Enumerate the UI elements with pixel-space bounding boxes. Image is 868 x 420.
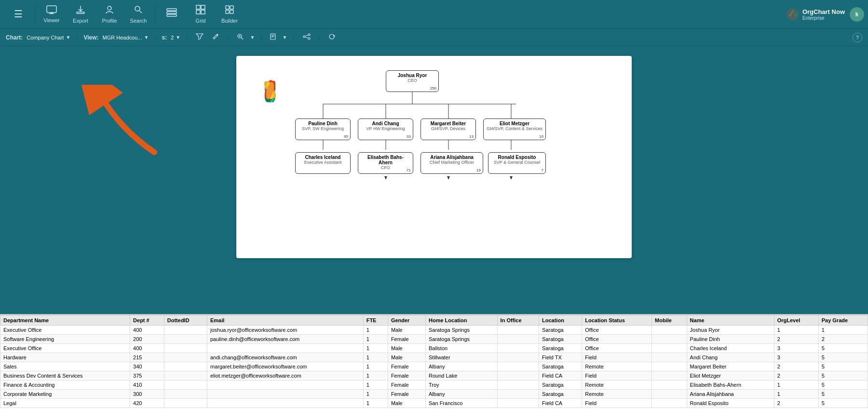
node-ronald-esposito[interactable]: Ronald Esposito SVP & General Counsel 7: [488, 152, 546, 174]
table-cell: [207, 390, 363, 399]
grid-icon: [196, 5, 205, 17]
node-elisabeth-bahs[interactable]: Elisabeth Bahs-Ahern CFO 71: [358, 152, 413, 174]
levels-value: 2: [171, 35, 174, 40]
table-row[interactable]: Software Engineering200pauline.dinh@offi…: [0, 335, 868, 344]
page-dropdown-icon[interactable]: ▼: [282, 35, 287, 40]
svg-rect-11: [201, 5, 205, 9]
share-button[interactable]: [300, 32, 313, 42]
table-header-row: Department NameDept #DottedIDEmailFTEGen…: [0, 315, 868, 326]
filter-button[interactable]: [193, 32, 206, 42]
nav-profile[interactable]: Profile: [95, 1, 124, 28]
table-row[interactable]: Hardware215andi.chang@officeworksoftware…: [0, 353, 868, 362]
table-cell: Software Engineering: [0, 335, 130, 344]
refresh-button[interactable]: [326, 32, 338, 42]
search-label: Search: [130, 18, 147, 24]
table-cell: 5: [818, 390, 868, 399]
svg-rect-23: [271, 34, 275, 39]
table-cell: 1: [774, 381, 818, 390]
table-cell: [497, 371, 539, 381]
table-cell: Female: [388, 381, 425, 390]
zoom-button[interactable]: [234, 32, 246, 42]
brand-subtitle: Enterprise: [802, 15, 845, 21]
svg-rect-17: [230, 10, 233, 13]
table-header: Department NameDept #DottedIDEmailFTEGen…: [0, 315, 868, 326]
table-col-header: FTE: [363, 315, 388, 326]
table-cell: [652, 344, 687, 353]
table-cell: 1: [363, 371, 388, 381]
chart-label: Chart:: [6, 34, 23, 41]
table-cell: [164, 381, 207, 390]
table-cell: 2: [818, 335, 868, 344]
table-cell: 3: [774, 344, 818, 353]
node-ariana[interactable]: Ariana Alisjahbana Chief Marketing Offic…: [420, 152, 483, 174]
nav-search[interactable]: Search: [124, 1, 153, 28]
table-cell: 1: [363, 362, 388, 371]
table-col-header: Mobile: [652, 315, 687, 326]
table-row[interactable]: Business Dev Content & Services375eliot.…: [0, 371, 868, 381]
table-cell: Ronald Esposito: [687, 399, 774, 408]
nav-divider-2: [155, 5, 155, 24]
node-charles-iceland[interactable]: Charles Iceland Executive Assistant: [295, 152, 351, 174]
table-cell: Ariana Alisjahbana: [687, 390, 774, 399]
nav-stack[interactable]: [157, 1, 186, 28]
levels-label: s:: [162, 34, 167, 41]
svg-rect-1: [50, 13, 53, 13]
table-cell: 5: [818, 362, 868, 371]
table-cell: Female: [388, 390, 425, 399]
table-cell: Albany: [426, 362, 498, 371]
table-cell: Albany: [426, 390, 498, 399]
table-cell: [164, 399, 207, 408]
table-cell: [497, 399, 539, 408]
table-cell: Field: [582, 399, 652, 408]
table-col-header: Name: [687, 315, 774, 326]
table-cell: Office: [582, 335, 652, 344]
hamburger-menu[interactable]: ☰: [4, 1, 33, 28]
node-pauline-dinh[interactable]: Pauline Dinh SVP, SW Engineering 95: [295, 118, 351, 140]
table-cell: 5: [818, 381, 868, 390]
svg-line-31: [305, 37, 308, 38]
table-row[interactable]: Sales340margaret.beiter@officeworksoftwa…: [0, 362, 868, 371]
view-dropdown-icon[interactable]: ▼: [144, 35, 149, 40]
node-eliot-metzger[interactable]: Eliot Metzger GM/SVP, Content & Services…: [483, 118, 546, 140]
node-ceo[interactable]: Joshua Ryor CEO 250: [386, 70, 439, 92]
table-row[interactable]: Finance & Accounting4101FemaleTroySarato…: [0, 381, 868, 390]
table-cell: Joshua Ryor: [687, 326, 774, 335]
table-cell: 400: [130, 344, 164, 353]
table-cell: Saratoga: [539, 381, 582, 390]
table-row[interactable]: Executive Office400joshua.ryor@officewor…: [0, 326, 868, 335]
nav-builder[interactable]: Builder: [215, 1, 244, 28]
chart-selector-wrap: Company Chart ▼: [27, 35, 70, 40]
edit-button[interactable]: [210, 32, 221, 42]
table-cell: Male: [388, 399, 425, 408]
nav-viewer[interactable]: Viewer: [37, 1, 66, 28]
nav-export[interactable]: Export: [66, 1, 95, 28]
table-cell: 5: [818, 399, 868, 408]
table-cell: [652, 371, 687, 381]
levels-dropdown-icon[interactable]: ▼: [176, 35, 180, 40]
table-row[interactable]: Legal4201MaleSan FranciscoField CAFieldR…: [0, 399, 868, 408]
view-value: MGR Headcou...: [103, 35, 142, 40]
top-nav: ☰ Viewer Export Profile Search: [0, 0, 868, 29]
table-cell: 2: [774, 399, 818, 408]
table-cell: 1: [363, 390, 388, 399]
table-row[interactable]: Executive Office4001MaleBallstonSaratoga…: [0, 344, 868, 353]
chart-dropdown-icon[interactable]: ▼: [66, 35, 70, 40]
node-margaret-beiter[interactable]: Margaret Beiter GM/SVP, Devices 13: [420, 118, 476, 140]
help-button[interactable]: ?: [853, 33, 862, 42]
svg-rect-10: [196, 5, 200, 9]
table-row[interactable]: Corporate Marketing3001FemaleAlbanySarat…: [0, 390, 868, 399]
user-avatar[interactable]: k: [850, 7, 864, 22]
node-andi-chang[interactable]: Andi Chang VP HW Engineering 33: [358, 118, 413, 140]
view-selector-wrap: MGR Headcou... ▼: [103, 35, 149, 40]
nav-grid[interactable]: Grid: [186, 1, 215, 28]
table-cell: Male: [388, 326, 425, 335]
table-cell: 300: [130, 390, 164, 399]
table-cell: Remote: [582, 381, 652, 390]
table-cell: Eliot Metzger: [687, 371, 774, 381]
table-cell: [207, 381, 363, 390]
zoom-dropdown-icon[interactable]: ▼: [250, 35, 255, 40]
table-cell: Andi Chang: [687, 353, 774, 362]
table-cell: Female: [388, 371, 425, 381]
table-cell: [497, 353, 539, 362]
page-button[interactable]: [268, 32, 278, 42]
